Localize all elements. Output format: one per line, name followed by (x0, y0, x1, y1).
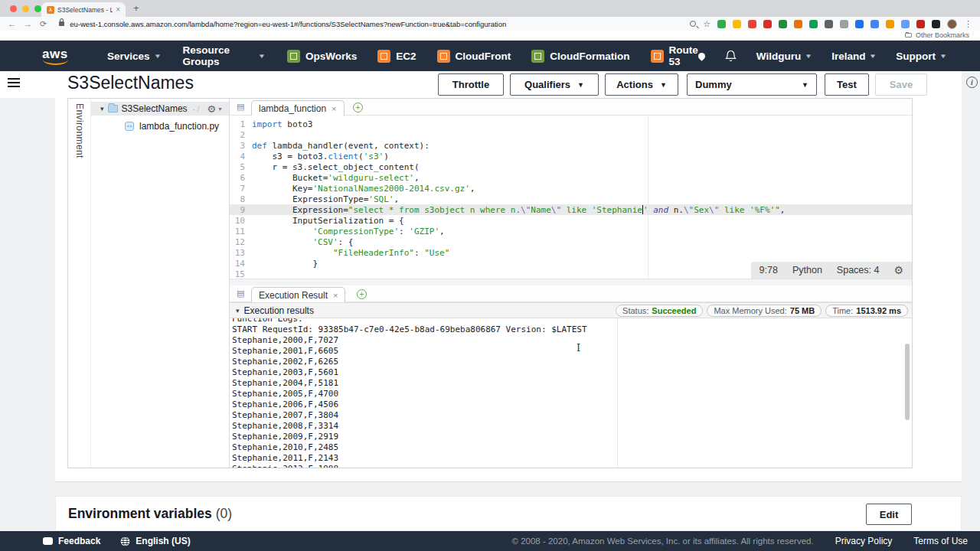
nav-shortcut-cloudfront[interactable]: CloudFront (437, 50, 511, 63)
language-mode[interactable]: Python (792, 265, 822, 276)
back-icon[interactable]: ← (8, 19, 16, 28)
zoom-icon[interactable] (690, 21, 696, 27)
extension-toolbar (717, 20, 940, 28)
tree-folder-row[interactable]: ▾ S3SelectNames - / ⚙ ▼ (91, 102, 229, 116)
chevron-down-icon: ▼ (217, 106, 223, 112)
nav-services[interactable]: Services ▼ (107, 51, 160, 62)
gear-icon[interactable]: ⚙ (893, 264, 903, 276)
indent-setting[interactable]: Spaces: 4 (837, 265, 880, 276)
window-controls[interactable] (10, 5, 41, 12)
extension-icon[interactable] (886, 20, 894, 28)
log-line: Stephanie,2000,F,7027 (232, 335, 912, 346)
tree-file-row[interactable]: <> lambda_function.py (91, 119, 229, 132)
extension-icon[interactable] (733, 20, 741, 28)
extension-icon[interactable] (855, 20, 864, 28)
extension-icon[interactable] (748, 20, 756, 28)
lock-icon[interactable] (59, 21, 64, 26)
extension-icon[interactable] (779, 20, 787, 28)
actions-button[interactable]: Actions▼ (605, 73, 678, 96)
new-editor-tab-button[interactable]: + (353, 103, 363, 112)
extension-icon[interactable] (825, 20, 833, 28)
feedback-button[interactable]: Feedback (43, 536, 100, 546)
bookmark-star-icon[interactable]: ☆ (703, 19, 710, 29)
browser-menu-icon[interactable]: ⋮ (964, 19, 972, 29)
execution-result-tab[interactable]: Execution Result × (251, 287, 345, 302)
collapse-triangle-icon[interactable]: ▾ (236, 307, 240, 315)
copyright-text: © 2008 - 2020, Amazon Web Services, Inc.… (512, 536, 814, 546)
cloud9-ide: Environment ▾ S3SelectNames - / ⚙ ▼ <> l… (67, 98, 913, 468)
nav-shortcut-route-53[interactable]: Route 53 (651, 44, 698, 67)
forward-icon[interactable]: → (24, 19, 32, 28)
language-selector[interactable]: English (US) (120, 536, 190, 546)
environment-variables-title: Environment variables(0) (68, 506, 232, 522)
extension-icon[interactable] (871, 20, 879, 28)
log-line: Stephanie,2012,F,1988 (232, 464, 912, 468)
panel-list-icon[interactable]: ▤ (237, 289, 244, 298)
new-tab-button[interactable]: + (133, 2, 139, 14)
nav-account-menu[interactable]: Wildguru ▼ (756, 51, 812, 62)
maximize-window-button[interactable] (34, 5, 41, 12)
extension-icon[interactable] (794, 20, 802, 28)
tab-close-icon[interactable]: × (116, 5, 120, 14)
nav-shortcut-ec2[interactable]: EC2 (377, 50, 416, 63)
pane-divider[interactable] (230, 279, 912, 285)
extension-icon[interactable] (916, 20, 925, 28)
tree-settings-button[interactable]: ⚙ ▼ (207, 103, 223, 115)
extension-icon[interactable] (840, 20, 848, 28)
browser-tab[interactable]: λ S3SelectNames - Lambda × (41, 2, 126, 17)
extension-icon[interactable] (763, 20, 772, 28)
code-line: 13 "FileHeaderInfo": "Use" (230, 247, 912, 258)
panel-list-icon[interactable]: ▤ (237, 102, 244, 112)
bookmarks-bar: Other Bookmarks (0, 31, 980, 41)
nav-shortcuts: OpsWorksEC2CloudFrontCloudFormationRoute… (287, 44, 698, 67)
log-scrollbar[interactable] (905, 344, 910, 420)
line-number: 5 (230, 162, 252, 172)
notifications-bell-icon[interactable] (725, 50, 737, 62)
function-logs[interactable]: Function Logs:START RequestId: 93385b47-… (230, 318, 912, 468)
text-cursor-icon: I (577, 342, 580, 354)
other-bookmarks[interactable]: Other Bookmarks (916, 31, 969, 39)
environment-panel-rail[interactable]: Environment (68, 99, 91, 468)
privacy-policy-link[interactable]: Privacy Policy (835, 536, 893, 546)
throttle-button[interactable]: Throttle (438, 73, 504, 96)
log-line: Function Logs: (232, 318, 912, 324)
qualifiers-button[interactable]: Qualifiers▼ (510, 73, 599, 96)
chevron-down-icon: ▼ (577, 81, 584, 89)
address-bar[interactable]: eu-west-1.console.aws.amazon.com/lambda/… (70, 20, 506, 28)
test-button[interactable]: Test (825, 73, 869, 96)
ec2-service-icon (377, 50, 390, 63)
minimize-window-button[interactable] (22, 5, 29, 12)
close-window-button[interactable] (10, 5, 17, 12)
save-button[interactable]: Save (875, 73, 927, 96)
nav-support-menu[interactable]: Support ▼ (896, 51, 946, 62)
aws-logo[interactable]: aws (42, 47, 68, 62)
extension-icon[interactable] (932, 20, 940, 28)
editor-status-bar: 9:78 Python Spaces: 4 ⚙ (751, 262, 912, 279)
tab-close-icon[interactable]: × (332, 104, 336, 113)
environment-tab[interactable]: Environment (74, 103, 85, 165)
nav-region-menu[interactable]: Ireland ▼ (831, 51, 876, 62)
nav-shortcut-opsworks[interactable]: OpsWorks (287, 50, 357, 63)
terms-of-use-link[interactable]: Terms of Use (913, 536, 968, 546)
tab-close-icon[interactable]: × (333, 291, 338, 300)
reload-icon[interactable]: ⟳ (40, 19, 47, 29)
code-editor[interactable]: 1import boto323def lambda_handler(event,… (230, 116, 912, 279)
nav-resource-groups[interactable]: Resource Groups ▼ (182, 44, 265, 67)
pin-icon[interactable] (697, 51, 707, 61)
code-editor-pane: ▤ lambda_function × + 1import boto323def… (230, 99, 912, 279)
extension-icon[interactable] (717, 20, 726, 28)
code-line: 1import boto3 (230, 119, 912, 129)
extension-icon[interactable] (901, 20, 910, 28)
hamburger-menu-icon[interactable] (8, 78, 20, 90)
editor-tab[interactable]: lambda_function × (251, 100, 345, 116)
info-icon[interactable]: i (966, 77, 978, 88)
edit-env-vars-button[interactable]: Edit (866, 504, 912, 525)
cursor-position[interactable]: 9:78 (760, 265, 778, 276)
profile-avatar[interactable] (947, 19, 957, 29)
nav-shortcut-cloudformation[interactable]: CloudFormation (531, 50, 629, 63)
new-results-tab-button[interactable]: + (357, 289, 367, 299)
test-event-select[interactable]: Dummy▼ (687, 73, 817, 96)
extension-icon[interactable] (809, 20, 818, 28)
disclosure-triangle-icon[interactable]: ▾ (100, 105, 104, 112)
browser-tab-strip: λ S3SelectNames - Lambda × + (0, 0, 980, 17)
